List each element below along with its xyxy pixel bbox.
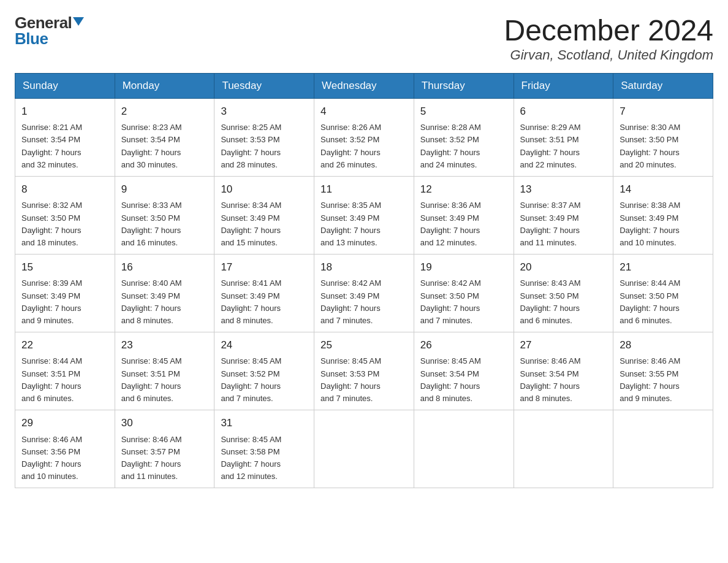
day-info: Sunrise: 8:30 AM Sunset: 3:50 PM Dayligh… (620, 121, 707, 171)
week-row-3: 15Sunrise: 8:39 AM Sunset: 3:49 PM Dayli… (15, 254, 713, 332)
day-number: 13 (520, 182, 607, 197)
day-number: 3 (221, 104, 308, 120)
calendar-cell: 9Sunrise: 8:33 AM Sunset: 3:50 PM Daylig… (115, 176, 214, 254)
weekday-header-monday: Monday (115, 73, 214, 98)
day-info: Sunrise: 8:35 AM Sunset: 3:49 PM Dayligh… (320, 199, 408, 249)
calendar-cell: 28Sunrise: 8:46 AM Sunset: 3:55 PM Dayli… (613, 332, 713, 410)
calendar-cell: 12Sunrise: 8:36 AM Sunset: 3:49 PM Dayli… (414, 176, 514, 254)
day-number: 30 (121, 415, 208, 431)
week-row-5: 29Sunrise: 8:46 AM Sunset: 3:56 PM Dayli… (15, 410, 713, 488)
day-info: Sunrise: 8:33 AM Sunset: 3:50 PM Dayligh… (121, 199, 208, 249)
weekday-header-tuesday: Tuesday (214, 73, 314, 98)
day-number: 20 (520, 259, 607, 275)
calendar-cell: 31Sunrise: 8:45 AM Sunset: 3:58 PM Dayli… (214, 410, 314, 488)
calendar-cell: 22Sunrise: 8:44 AM Sunset: 3:51 PM Dayli… (15, 332, 115, 410)
calendar-cell: 15Sunrise: 8:39 AM Sunset: 3:49 PM Dayli… (15, 254, 115, 332)
day-number: 19 (420, 259, 507, 275)
day-info: Sunrise: 8:40 AM Sunset: 3:49 PM Dayligh… (121, 277, 208, 327)
day-number: 22 (21, 337, 108, 353)
day-info: Sunrise: 8:25 AM Sunset: 3:53 PM Dayligh… (221, 121, 308, 171)
day-number: 27 (520, 337, 607, 353)
day-number: 8 (21, 182, 108, 197)
day-info: Sunrise: 8:46 AM Sunset: 3:56 PM Dayligh… (21, 434, 108, 483)
weekday-header-saturday: Saturday (613, 73, 713, 98)
calendar-table: SundayMondayTuesdayWednesdayThursdayFrid… (15, 73, 713, 488)
day-number: 12 (420, 182, 507, 197)
day-info: Sunrise: 8:42 AM Sunset: 3:49 PM Dayligh… (320, 277, 408, 327)
day-number: 29 (21, 415, 108, 431)
day-info: Sunrise: 8:21 AM Sunset: 3:54 PM Dayligh… (21, 121, 108, 171)
day-info: Sunrise: 8:38 AM Sunset: 3:49 PM Dayligh… (620, 199, 707, 249)
calendar-cell: 4Sunrise: 8:26 AM Sunset: 3:52 PM Daylig… (314, 98, 414, 176)
calendar-cell: 6Sunrise: 8:29 AM Sunset: 3:51 PM Daylig… (514, 98, 613, 176)
week-row-2: 8Sunrise: 8:32 AM Sunset: 3:50 PM Daylig… (15, 176, 713, 254)
day-number: 24 (221, 337, 308, 353)
calendar-cell: 24Sunrise: 8:45 AM Sunset: 3:52 PM Dayli… (214, 332, 314, 410)
calendar-cell (314, 410, 414, 488)
day-info: Sunrise: 8:23 AM Sunset: 3:54 PM Dayligh… (121, 121, 208, 171)
calendar-cell: 14Sunrise: 8:38 AM Sunset: 3:49 PM Dayli… (613, 176, 713, 254)
day-info: Sunrise: 8:44 AM Sunset: 3:51 PM Dayligh… (21, 355, 108, 405)
title-block: December 2024 Girvan, Scotland, United K… (504, 15, 713, 63)
calendar-cell: 19Sunrise: 8:42 AM Sunset: 3:50 PM Dayli… (414, 254, 514, 332)
calendar-cell: 1Sunrise: 8:21 AM Sunset: 3:54 PM Daylig… (15, 98, 115, 176)
day-number: 11 (320, 182, 408, 197)
day-number: 9 (121, 182, 208, 197)
day-number: 5 (420, 104, 507, 120)
day-number: 4 (320, 104, 408, 120)
day-number: 2 (121, 104, 208, 120)
calendar-cell: 25Sunrise: 8:45 AM Sunset: 3:53 PM Dayli… (314, 332, 414, 410)
day-info: Sunrise: 8:32 AM Sunset: 3:50 PM Dayligh… (21, 199, 108, 249)
day-number: 17 (221, 259, 308, 275)
day-info: Sunrise: 8:46 AM Sunset: 3:54 PM Dayligh… (520, 355, 607, 405)
logo: General Blue (15, 15, 84, 47)
day-number: 15 (21, 259, 108, 275)
day-number: 25 (320, 337, 408, 353)
logo-general-text: General (15, 15, 72, 31)
day-info: Sunrise: 8:39 AM Sunset: 3:49 PM Dayligh… (21, 277, 108, 327)
day-info: Sunrise: 8:28 AM Sunset: 3:52 PM Dayligh… (420, 121, 507, 171)
day-number: 6 (520, 104, 607, 120)
calendar-cell: 5Sunrise: 8:28 AM Sunset: 3:52 PM Daylig… (414, 98, 514, 176)
calendar-cell (514, 410, 613, 488)
day-info: Sunrise: 8:45 AM Sunset: 3:51 PM Dayligh… (121, 355, 208, 405)
calendar-cell: 20Sunrise: 8:43 AM Sunset: 3:50 PM Dayli… (514, 254, 613, 332)
day-number: 23 (121, 337, 208, 353)
day-info: Sunrise: 8:45 AM Sunset: 3:53 PM Dayligh… (320, 355, 408, 405)
day-info: Sunrise: 8:45 AM Sunset: 3:52 PM Dayligh… (221, 355, 308, 405)
calendar-cell: 13Sunrise: 8:37 AM Sunset: 3:49 PM Dayli… (514, 176, 613, 254)
day-number: 10 (221, 182, 308, 197)
day-info: Sunrise: 8:29 AM Sunset: 3:51 PM Dayligh… (520, 121, 607, 171)
day-info: Sunrise: 8:42 AM Sunset: 3:50 PM Dayligh… (420, 277, 507, 327)
day-number: 14 (620, 182, 707, 197)
day-number: 1 (21, 104, 108, 120)
day-info: Sunrise: 8:41 AM Sunset: 3:49 PM Dayligh… (221, 277, 308, 327)
calendar-cell: 8Sunrise: 8:32 AM Sunset: 3:50 PM Daylig… (15, 176, 115, 254)
calendar-cell: 10Sunrise: 8:34 AM Sunset: 3:49 PM Dayli… (214, 176, 314, 254)
calendar-cell: 11Sunrise: 8:35 AM Sunset: 3:49 PM Dayli… (314, 176, 414, 254)
day-info: Sunrise: 8:36 AM Sunset: 3:49 PM Dayligh… (420, 199, 507, 249)
calendar-cell: 29Sunrise: 8:46 AM Sunset: 3:56 PM Dayli… (15, 410, 115, 488)
calendar-cell: 18Sunrise: 8:42 AM Sunset: 3:49 PM Dayli… (314, 254, 414, 332)
calendar-cell: 16Sunrise: 8:40 AM Sunset: 3:49 PM Dayli… (115, 254, 214, 332)
day-number: 16 (121, 259, 208, 275)
day-info: Sunrise: 8:45 AM Sunset: 3:54 PM Dayligh… (420, 355, 507, 405)
calendar-cell: 7Sunrise: 8:30 AM Sunset: 3:50 PM Daylig… (613, 98, 713, 176)
calendar-cell: 2Sunrise: 8:23 AM Sunset: 3:54 PM Daylig… (115, 98, 214, 176)
week-row-1: 1Sunrise: 8:21 AM Sunset: 3:54 PM Daylig… (15, 98, 713, 176)
main-title: December 2024 (504, 15, 713, 47)
logo-blue-text: Blue (15, 31, 48, 47)
weekday-header-sunday: Sunday (15, 73, 115, 98)
day-info: Sunrise: 8:26 AM Sunset: 3:52 PM Dayligh… (320, 121, 408, 171)
week-row-4: 22Sunrise: 8:44 AM Sunset: 3:51 PM Dayli… (15, 332, 713, 410)
calendar-cell: 17Sunrise: 8:41 AM Sunset: 3:49 PM Dayli… (214, 254, 314, 332)
page-header: General Blue December 2024 Girvan, Scotl… (15, 15, 713, 63)
calendar-cell: 3Sunrise: 8:25 AM Sunset: 3:53 PM Daylig… (214, 98, 314, 176)
logo-triangle-icon (73, 17, 84, 26)
day-info: Sunrise: 8:45 AM Sunset: 3:58 PM Dayligh… (221, 434, 308, 483)
weekday-header-thursday: Thursday (414, 73, 514, 98)
day-info: Sunrise: 8:46 AM Sunset: 3:55 PM Dayligh… (620, 355, 707, 405)
day-number: 31 (221, 415, 308, 431)
day-info: Sunrise: 8:37 AM Sunset: 3:49 PM Dayligh… (520, 199, 607, 249)
day-number: 18 (320, 259, 408, 275)
